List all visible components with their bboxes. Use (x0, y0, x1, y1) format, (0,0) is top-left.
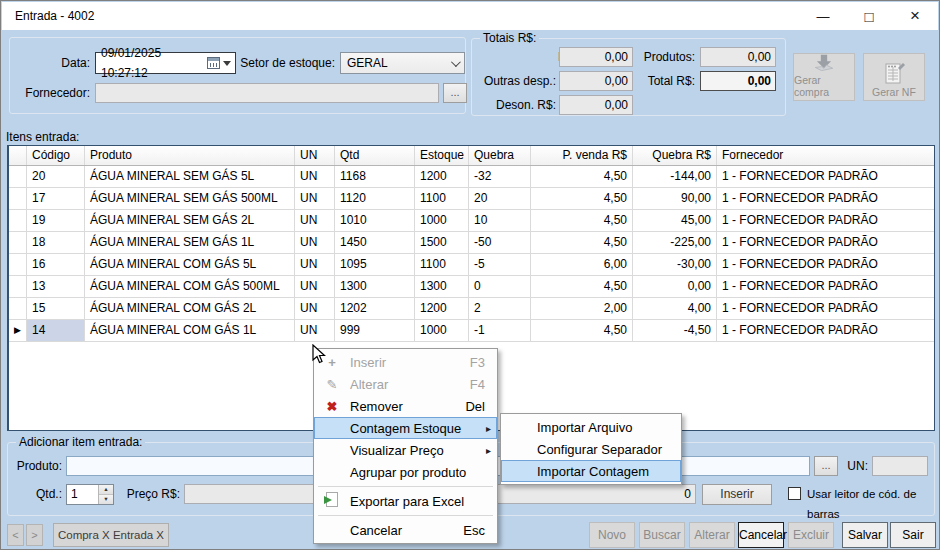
qtd-down-icon[interactable]: ▼ (99, 495, 113, 504)
cell-estoque: 1500 (415, 232, 469, 253)
inserir-button[interactable]: Inserir (702, 484, 772, 505)
gerar-nf-button[interactable]: Gerar NF (863, 53, 925, 101)
calendar-icon (207, 57, 220, 69)
produtos-field[interactable]: 0,00 (700, 47, 776, 67)
menu-item-remover[interactable]: ✖RemoverDel (314, 395, 497, 417)
cell-estoque: 1100 (415, 188, 469, 209)
cell-p_venda: 4,50 (531, 276, 633, 297)
cell-qtd: 1450 (335, 232, 415, 253)
setor-label: Setor de estoque: (240, 53, 335, 73)
close-button[interactable]: × (892, 2, 938, 30)
column-header-qtd[interactable]: Qtd (335, 146, 415, 165)
cell-un: UN (295, 232, 335, 253)
menu-item-shortcut: F3 (470, 355, 497, 370)
cell-quebra: 0 (469, 276, 531, 297)
cell-un: UN (295, 254, 335, 275)
cell-codigo: 13 (27, 276, 85, 297)
button-sair[interactable]: Sair (890, 522, 936, 548)
download-arrow-icon (811, 54, 837, 73)
submenu-item-importar-arquivo[interactable]: Importar Arquivo (501, 416, 681, 438)
outras-desp-field[interactable]: 0,00 (559, 71, 633, 91)
table-row[interactable]: 18ÁGUA MINERAL SEM GÁS 1LUN14501500-504,… (9, 232, 934, 254)
cell-produto: ÁGUA MINERAL SEM GÁS 2L (85, 210, 295, 231)
data-datetime-picker[interactable]: 09/01/2025 10:27:12 (95, 52, 236, 74)
nav-next-button[interactable]: > (26, 524, 43, 546)
cell-p_venda: 2,00 (531, 298, 633, 319)
cell-estoque: 1200 (415, 298, 469, 319)
table-row[interactable]: 13ÁGUA MINERAL COM GÁS 500MLUN1300130004… (9, 276, 934, 298)
context-menu: +InserirF3✎AlterarF4✖RemoverDelContagem … (313, 348, 498, 544)
desconto-field[interactable]: 0,00 (559, 47, 633, 67)
un-field[interactable] (872, 456, 928, 476)
produto-browse-button[interactable]: ... (814, 456, 838, 476)
qtd-up-icon[interactable]: ▲ (99, 485, 113, 495)
column-header-pvenda[interactable]: P. venda R$ (531, 146, 633, 165)
add-item-title: Adicionar item entrada: (16, 435, 145, 449)
cell-p_venda: 4,50 (531, 210, 633, 231)
cell-quebra: 10 (469, 210, 531, 231)
cell-estoque: 1000 (415, 210, 469, 231)
submenu-item-label: Importar Arquivo (531, 420, 681, 435)
total-field[interactable]: 0,00 (700, 71, 776, 91)
table-row[interactable]: 19ÁGUA MINERAL SEM GÁS 2LUN10101000104,5… (9, 210, 934, 232)
menu-item-agrupar-por-produto[interactable]: Agrupar por produto (314, 461, 497, 483)
table-row[interactable]: 17ÁGUA MINERAL SEM GÁS 500MLUN1120110020… (9, 188, 934, 210)
submenu-arrow-icon: ▸ (486, 445, 491, 456)
button-novo[interactable]: Novo (589, 522, 635, 548)
menu-item-contagem-estoque[interactable]: Contagem Estoque▸ (314, 417, 497, 439)
menu-item-inserir[interactable]: +InserirF3 (314, 351, 497, 373)
column-header-un[interactable]: UN (295, 146, 335, 165)
cell-produto: ÁGUA MINERAL SEM GÁS 500ML (85, 188, 295, 209)
qtd-stepper[interactable]: 1 ▲ ▼ (66, 484, 114, 505)
column-header-fornec[interactable]: Fornecedor (717, 146, 934, 165)
cell-quebra_rs: 45,00 (633, 210, 717, 231)
column-header-codigo[interactable]: Código (27, 146, 85, 165)
menu-item-alterar[interactable]: ✎AlterarF4 (314, 373, 497, 395)
button-buscar[interactable]: Buscar (639, 522, 685, 548)
button-excluir[interactable]: Excluir (788, 522, 834, 548)
button-cancelar[interactable]: Cancelar (738, 522, 784, 548)
button-salvar[interactable]: Salvar (842, 522, 888, 548)
setor-combobox[interactable]: GERAL (340, 52, 465, 74)
chevron-down-icon (451, 57, 461, 67)
table-row[interactable]: 16ÁGUA MINERAL COM GÁS 5LUN10951100-56,0… (9, 254, 934, 276)
cell-quebra_rs: 4,00 (633, 298, 717, 319)
deson-field[interactable]: 0,00 (559, 95, 633, 115)
gerar-nf-label: Gerar NF (872, 86, 916, 98)
menu-item-cancelar[interactable]: CancelarEsc (314, 519, 497, 541)
gerar-compra-button[interactable]: Gerar compra (793, 53, 855, 101)
submenu-item-configurar-separador[interactable]: Configurar Separador (501, 438, 681, 460)
column-header-quebra[interactable]: Quebra (469, 146, 531, 165)
column-header-produto[interactable]: Produto (85, 146, 295, 165)
table-row[interactable]: 15ÁGUA MINERAL COM GÁS 2LUN1202120022,00… (9, 298, 934, 320)
column-header-estoque[interactable]: Estoque (415, 146, 469, 165)
menu-item-exportar-para-excel[interactable]: Exportar para Excel (314, 490, 497, 512)
nav-prev-button[interactable]: < (7, 524, 24, 546)
tab-compra-entrada-nf[interactable]: Compra X Entrada X NF ... (53, 523, 169, 547)
maximize-button[interactable]: □ (846, 2, 892, 30)
cell-fornecedor: 1 - FORNECEDOR PADRÃO (717, 232, 934, 253)
column-header-sel[interactable] (9, 146, 27, 165)
totais-title: Totais R$: (480, 31, 539, 45)
cell-un: UN (295, 188, 335, 209)
cell-un: UN (295, 298, 335, 319)
submenu-item-importar-contagem[interactable]: Importar Contagem (501, 460, 681, 482)
button-alterar[interactable]: Alterar (689, 522, 735, 548)
itens-entrada-label: Itens entrada: (6, 130, 79, 144)
minimize-button[interactable]: — (800, 2, 846, 30)
menu-item-label: Contagem Estoque (344, 421, 497, 436)
barcode-checkbox[interactable] (788, 487, 801, 500)
cell-codigo: 20 (27, 166, 85, 187)
menu-item-label: Visualizar Preço (344, 443, 497, 458)
column-header-quebrars[interactable]: Quebra R$ (633, 146, 717, 165)
table-row[interactable]: ▶14ÁGUA MINERAL COM GÁS 1LUN9991000-14,5… (9, 320, 934, 342)
menu-item-visualizar-preco[interactable]: Visualizar Preço▸ (314, 439, 497, 461)
excel-icon (326, 492, 338, 507)
cell-produto: ÁGUA MINERAL COM GÁS 5L (85, 254, 295, 275)
cell-fornecedor: 1 - FORNECEDOR PADRÃO (717, 254, 934, 275)
cell-qtd: 1010 (335, 210, 415, 231)
titlebar: Entrada - 4002 — □ × (2, 2, 938, 30)
fornecedor-browse-button[interactable]: ... (443, 83, 467, 103)
fornecedor-field[interactable] (95, 83, 439, 103)
table-row[interactable]: 20ÁGUA MINERAL SEM GÁS 5LUN11681200-324,… (9, 166, 934, 188)
